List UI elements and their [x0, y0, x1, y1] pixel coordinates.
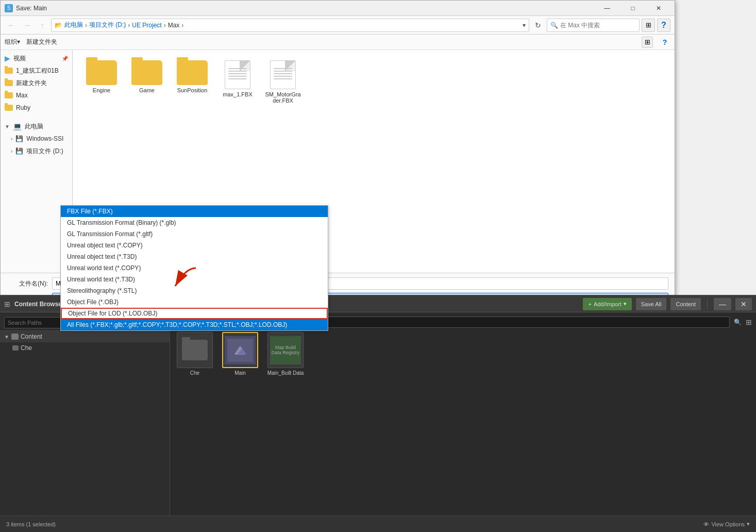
view-toggle-button[interactable]: ⊞: [642, 19, 655, 32]
dropdown-icon: ▾: [624, 301, 627, 307]
crumb-d[interactable]: 项目文件 (D:): [89, 21, 126, 29]
minimize-button[interactable]: —: [595, 1, 619, 16]
menu-item-2[interactable]: GL Transmission Format (*.gltf): [61, 228, 328, 240]
main-thumb: [222, 332, 258, 368]
menu-item-0[interactable]: FBX File (*.FBX): [61, 206, 328, 217]
organizer-toolbar: 组织▾ 新建文件夹 ⊞ ?: [1, 35, 675, 50]
file-label-sun: SunPosition: [177, 87, 208, 93]
sidebar-item-label: Max: [16, 92, 28, 99]
filename-label: 文件名(N):: [7, 279, 48, 288]
file-item-engine[interactable]: Engine: [81, 58, 122, 106]
crumb-computer[interactable]: 此电脑: [64, 21, 83, 29]
refresh-button[interactable]: ↻: [531, 19, 545, 32]
content-button[interactable]: Content: [670, 298, 701, 310]
search-icon: 🔍: [550, 22, 558, 29]
crumb-max: Max: [168, 22, 180, 29]
che-label: Che: [190, 370, 199, 376]
cb-item-main-built[interactable]: Map BuildData Registry Main_Built Data: [265, 332, 306, 376]
sidebar-item-videos[interactable]: ▶ 视频 📌: [1, 52, 72, 64]
sidebar-item-new-folder[interactable]: 新建文件夹: [1, 77, 72, 89]
cb-item-main[interactable]: Main: [220, 332, 261, 376]
menu-item-1[interactable]: GL Transmission Format (Binary) (*.glb): [61, 217, 328, 228]
sidebar-item-project[interactable]: › 💾 项目文件 (D:): [1, 145, 72, 157]
file-thumb-max: [225, 60, 250, 89]
menu-item-6[interactable]: Unreal world text (*.T3D): [61, 274, 328, 285]
file-thumb-sm: [270, 60, 296, 89]
search-content-icon: 🔍: [734, 319, 742, 326]
title-bar: S Save: Main — □ ✕: [1, 1, 675, 16]
close-panel-button[interactable]: ✕: [735, 298, 752, 310]
forward-button[interactable]: →: [20, 19, 33, 32]
close-button[interactable]: ✕: [647, 1, 670, 16]
built-label: Main_Built Data: [267, 370, 304, 376]
view-options-button[interactable]: 👁 View Options ▾: [703, 521, 750, 527]
crumb-ue[interactable]: UE Project: [132, 22, 161, 29]
sidebar-item-windows[interactable]: › 💾 Windows-SSI: [1, 132, 72, 145]
menu-item-9[interactable]: Object File for LOD (*.LOD.OBJ): [61, 308, 328, 319]
built-thumb: Map BuildData Registry: [267, 332, 304, 368]
add-import-label: Add/Import: [594, 301, 621, 307]
minimize-panel-button[interactable]: —: [714, 298, 731, 310]
pc-icon: 💻: [13, 122, 22, 130]
file-label-max: max_1.FBX: [223, 91, 252, 97]
cb-expand-icon[interactable]: ⊞: [4, 300, 10, 308]
cb-tree-content[interactable]: ▼ Content: [0, 331, 170, 342]
up-button[interactable]: ↑: [36, 19, 49, 32]
cb-title: Content Browser: [14, 301, 64, 308]
menu-item-8[interactable]: Object File (*.OBJ): [61, 296, 328, 308]
filetype-dropdown-menu: FBX File (*.FBX) GL Transmission Format …: [60, 205, 328, 331]
file-item-game[interactable]: Game: [126, 58, 167, 106]
save-all-button[interactable]: Save All: [636, 298, 667, 310]
address-dropdown-icon[interactable]: ▾: [523, 22, 526, 29]
menu-item-4[interactable]: Unreal object text (*.T3D): [61, 251, 328, 262]
sidebar-item-label: 1_建筑工程01B: [16, 66, 59, 75]
view-mode-icon[interactable]: ⊞: [746, 318, 752, 326]
layout-button[interactable]: ⊞: [642, 37, 653, 48]
plus-icon: +: [588, 301, 591, 307]
cb-body: 🔍 ⊞ ▼ Content Che ▾ Filters 🔍: [0, 312, 756, 516]
help-button[interactable]: ?: [657, 19, 670, 32]
address-bar[interactable]: 📂 此电脑 › 项目文件 (D:) › UE Project › Max › ▾: [51, 19, 529, 32]
sidebar-item-max[interactable]: Max: [1, 89, 72, 102]
cb-sidebar: 🔍 ⊞ ▼ Content Che: [0, 312, 170, 516]
expand-icon: ›: [11, 148, 12, 154]
sidebar-item-folder1[interactable]: 1_建筑工程01B: [1, 64, 72, 77]
search-input[interactable]: [560, 22, 637, 29]
organize-label: 组织▾: [5, 38, 20, 46]
add-import-button[interactable]: + Add/Import ▾: [583, 298, 631, 310]
file-toolbar: ← → ↑ 📂 此电脑 › 项目文件 (D:) › UE Project › M…: [1, 16, 675, 35]
sidebar-item-label: 项目文件 (D:): [26, 147, 63, 156]
back-button[interactable]: ←: [5, 19, 18, 32]
sidebar-item-label: Windows-SSI: [26, 135, 63, 142]
cb-status-text: 3 items (1 selected): [6, 521, 56, 527]
window-title: Save: Main: [16, 5, 47, 12]
sidebar-item-ruby[interactable]: Ruby: [1, 102, 72, 114]
folder-icon-3: [5, 92, 13, 98]
file-item-max-fbx[interactable]: max_1.FBX: [217, 58, 258, 106]
cb-items: Che Main: [174, 332, 752, 376]
cb-item-che[interactable]: Che: [174, 332, 215, 376]
drive-icon: 💾: [15, 135, 23, 142]
search-box[interactable]: 🔍: [547, 19, 640, 32]
file-lines2: [274, 68, 292, 81]
menu-item-3[interactable]: Unreal object text (*.COPY): [61, 240, 328, 251]
expand-arrow: ▼: [4, 334, 9, 340]
menu-item-7[interactable]: Stereolithography (*.STL): [61, 285, 328, 296]
file-label-game: Game: [139, 87, 155, 93]
menu-item-10[interactable]: All Files (*.FBX;*.glb;*.gltf;*.COPY;*.T…: [61, 319, 328, 330]
sidebar-item-label: 此电脑: [25, 122, 43, 131]
folder-thumb-game: [131, 60, 162, 85]
view-options-arrow: ▾: [747, 521, 750, 527]
cb-tree-che[interactable]: Che: [0, 342, 170, 354]
file-item-sunposition[interactable]: SunPosition: [172, 58, 213, 106]
menu-item-5[interactable]: Unreal world text (*.COPY): [61, 262, 328, 274]
new-folder-label[interactable]: 新建文件夹: [26, 38, 57, 46]
file-item-sm[interactable]: SM_MotorGrader.FBX: [262, 58, 304, 106]
help-button-2[interactable]: ?: [659, 37, 670, 48]
cb-folder-icon-che: [12, 345, 19, 351]
data-label-top: Map BuildData Registry: [272, 345, 300, 355]
data-thumb-shape: Map BuildData Registry: [270, 336, 301, 364]
maximize-button[interactable]: □: [621, 1, 645, 16]
sidebar-item-pc[interactable]: ▼ 💻 此电脑: [1, 120, 72, 132]
file-label-sm: SM_MotorGrader.FBX: [264, 91, 301, 104]
